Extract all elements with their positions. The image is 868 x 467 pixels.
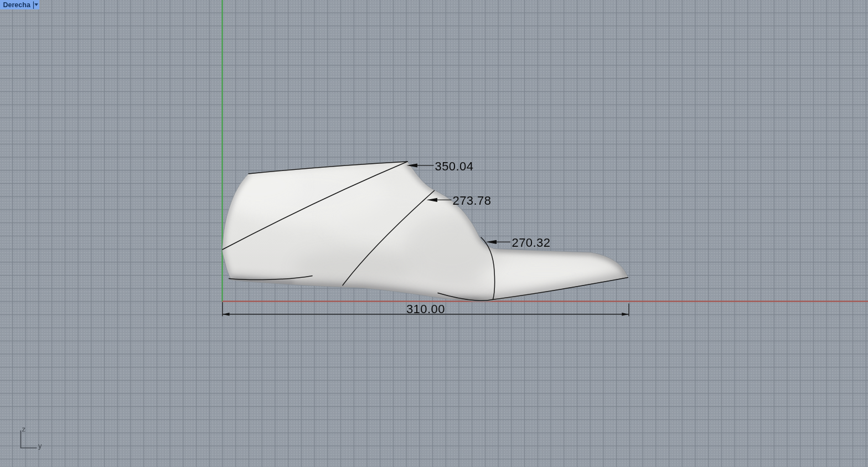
svg-text:273.78: 273.78 <box>453 194 492 207</box>
svg-text:270.32: 270.32 <box>512 236 551 250</box>
svg-text:310.00: 310.00 <box>406 302 445 316</box>
svg-text:y: y <box>38 442 42 450</box>
svg-text:z: z <box>22 425 26 433</box>
svg-text:350.04: 350.04 <box>435 159 474 173</box>
svg-text:Derecha: Derecha <box>3 1 31 9</box>
